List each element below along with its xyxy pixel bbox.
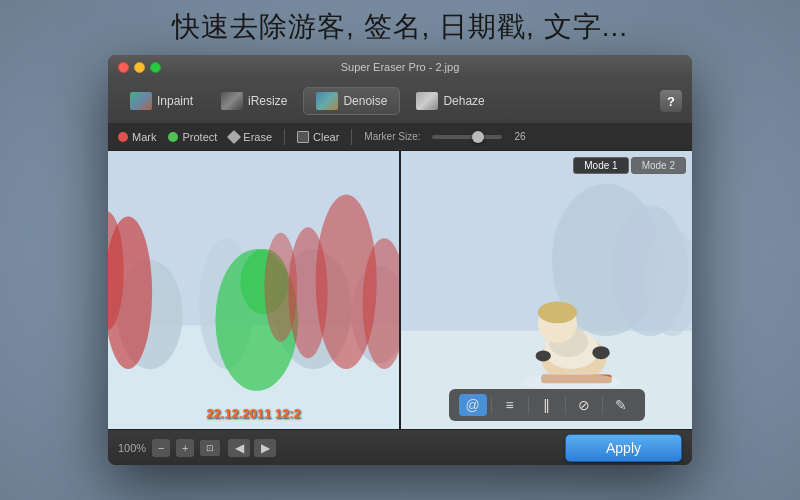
- svg-point-23: [538, 301, 577, 323]
- clear-control[interactable]: Clear: [297, 131, 339, 143]
- fit-button[interactable]: ⊡: [200, 440, 220, 456]
- right-scene: [401, 151, 692, 429]
- app-window: Super Eraser Pro - 2.jpg Inpaint iResize…: [108, 55, 692, 465]
- apply-button[interactable]: Apply: [565, 434, 682, 462]
- erase-control[interactable]: Erase: [229, 131, 272, 143]
- content-area: 22.12.2011 12:2: [108, 151, 692, 429]
- help-label: ?: [667, 94, 675, 109]
- zoom-label: 100%: [118, 442, 146, 454]
- left-scene-svg: [108, 151, 399, 429]
- tool-cancel-button[interactable]: ⊘: [570, 394, 598, 416]
- tool-sep-3: [565, 396, 566, 414]
- erase-label: Erase: [243, 131, 272, 143]
- mode-buttons: Mode 1 Mode 2: [573, 157, 686, 174]
- window-title: Super Eraser Pro - 2.jpg: [341, 61, 460, 73]
- clear-label: Clear: [313, 131, 339, 143]
- divider-2: [351, 129, 352, 145]
- inpaint-icon: [130, 92, 152, 110]
- iresize-icon: [221, 92, 243, 110]
- mark-control[interactable]: Mark: [118, 131, 156, 143]
- svg-point-26: [536, 351, 551, 362]
- title-bar: Super Eraser Pro - 2.jpg: [108, 55, 692, 79]
- close-button[interactable]: [118, 62, 129, 73]
- mode2-button[interactable]: Mode 2: [631, 157, 686, 174]
- zoom-controls: 100% − + ⊡: [118, 439, 220, 457]
- clear-icon: [297, 131, 309, 143]
- protect-label: Protect: [182, 131, 217, 143]
- right-panel[interactable]: Mode 1 Mode 2 @ ≡ ‖ ⊘ ✎: [401, 151, 692, 429]
- divider-1: [284, 129, 285, 145]
- protect-control[interactable]: Protect: [168, 131, 217, 143]
- right-scene-svg: [401, 151, 692, 429]
- nav-back-button[interactable]: ◀: [228, 439, 250, 457]
- marker-size-slider[interactable]: [432, 135, 502, 139]
- date-stamp: 22.12.2011 12:2: [206, 406, 301, 421]
- control-bar: Mark Protect Erase Clear Marker Size: 26: [108, 123, 692, 151]
- page-title: 快速去除游客, 签名, 日期戳, 文字...: [0, 8, 800, 46]
- tool-overlay: @ ≡ ‖ ⊘ ✎: [449, 389, 645, 421]
- svg-point-13: [264, 233, 297, 342]
- mark-label: Mark: [132, 131, 156, 143]
- nav-buttons: ◀ ▶: [228, 439, 276, 457]
- tool-lines-button[interactable]: ≡: [496, 394, 524, 416]
- tool-sep-1: [491, 396, 492, 414]
- nav-forward-button[interactable]: ▶: [254, 439, 276, 457]
- tool-pause-button[interactable]: ‖: [533, 394, 561, 416]
- left-panel[interactable]: 22.12.2011 12:2: [108, 151, 401, 429]
- maximize-button[interactable]: [150, 62, 161, 73]
- tab-inpaint-label: Inpaint: [157, 94, 193, 108]
- tab-dehaze-label: Dehaze: [443, 94, 484, 108]
- marker-size-value: 26: [514, 131, 525, 142]
- left-scene: 22.12.2011 12:2: [108, 151, 399, 429]
- tool-at-button[interactable]: @: [459, 394, 487, 416]
- tab-inpaint[interactable]: Inpaint: [118, 88, 205, 114]
- dehaze-icon: [416, 92, 438, 110]
- help-button[interactable]: ?: [660, 90, 682, 112]
- bottom-bar: 100% − + ⊡ ◀ ▶ Apply: [108, 429, 692, 465]
- protect-dot: [168, 132, 178, 142]
- toolbar: Inpaint iResize Denoise Dehaze ?: [108, 79, 692, 123]
- zoom-out-button[interactable]: −: [152, 439, 170, 457]
- mark-dot: [118, 132, 128, 142]
- erase-diamond: [227, 129, 241, 143]
- traffic-lights: [118, 62, 161, 73]
- minimize-button[interactable]: [134, 62, 145, 73]
- svg-point-25: [592, 346, 609, 359]
- zoom-in-button[interactable]: +: [176, 439, 194, 457]
- tool-sep-4: [602, 396, 603, 414]
- tab-iresize-label: iResize: [248, 94, 287, 108]
- denoise-icon: [316, 92, 338, 110]
- marker-size-label: Marker Size:: [364, 131, 420, 142]
- slider-thumb: [472, 131, 484, 143]
- tool-sep-2: [528, 396, 529, 414]
- mode1-button[interactable]: Mode 1: [573, 157, 628, 174]
- tab-iresize[interactable]: iResize: [209, 88, 299, 114]
- tab-denoise-label: Denoise: [343, 94, 387, 108]
- tab-dehaze[interactable]: Dehaze: [404, 88, 496, 114]
- tab-denoise[interactable]: Denoise: [303, 87, 400, 115]
- tool-edit-button[interactable]: ✎: [607, 394, 635, 416]
